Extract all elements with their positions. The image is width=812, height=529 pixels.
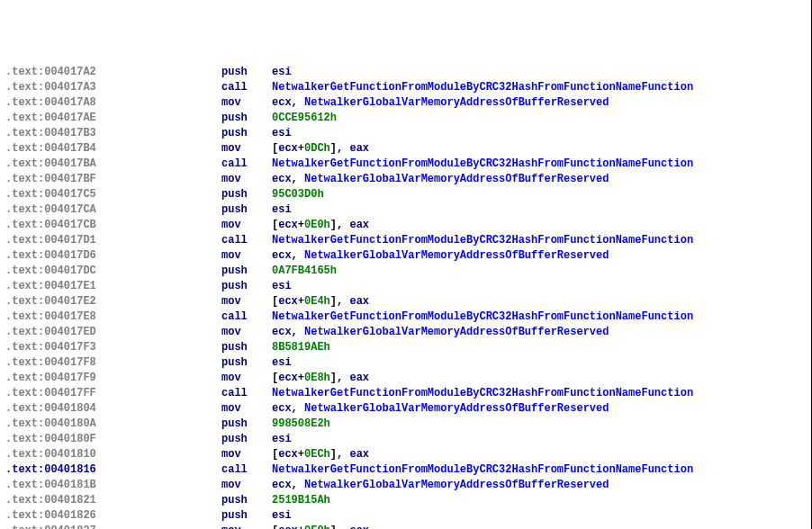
address-label[interactable]: .text:004017CA bbox=[4, 202, 221, 218]
mnemonic: mov bbox=[221, 294, 272, 309]
disasm-line[interactable]: .text:004017E2mov[ecx+0E4h], eax bbox=[4, 294, 811, 309]
disasm-line[interactable]: .text:004017A8movecx, NetwalkerGlobalVar… bbox=[4, 95, 811, 111]
disasm-line[interactable]: .text:004017C5push95C03D0h bbox=[4, 187, 811, 202]
operand-plain: + bbox=[298, 142, 304, 155]
operands: ecx, NetwalkerGlobalVarMemoryAddressOfBu… bbox=[272, 479, 609, 491]
address-label[interactable]: .text:0040180F bbox=[4, 432, 221, 447]
address-label[interactable]: .text:004017D1 bbox=[4, 233, 221, 248]
address-label[interactable]: .text:004017A2 bbox=[4, 65, 221, 80]
mnemonic: push bbox=[221, 508, 272, 524]
disasm-line[interactable]: .text:004017D1callNetwalkerGetFunctionFr… bbox=[4, 233, 811, 248]
operand-reg: eax bbox=[349, 448, 369, 461]
operand-sym[interactable]: NetwalkerGetFunctionFromModuleByCRC32Has… bbox=[272, 463, 693, 476]
disasm-line[interactable]: .text:004017B3pushesi bbox=[4, 126, 811, 141]
disassembly-listing[interactable]: .text:004017A2pushesi.text:004017A3callN… bbox=[4, 65, 811, 529]
operand-sym[interactable]: NetwalkerGlobalVarMemoryAddressOfBufferR… bbox=[304, 173, 609, 185]
disasm-line[interactable]: .text:00401810mov[ecx+0ECh], eax bbox=[4, 447, 811, 462]
disasm-line[interactable]: .text:00401816callNetwalkerGetFunctionFr… bbox=[4, 462, 811, 478]
address-label[interactable]: .text:004017F3 bbox=[4, 340, 221, 355]
operand-reg: esi bbox=[272, 127, 292, 139]
operand-sym[interactable]: NetwalkerGlobalVarMemoryAddressOfBufferR… bbox=[304, 249, 609, 262]
operand-sym[interactable]: NetwalkerGlobalVarMemoryAddressOfBufferR… bbox=[304, 96, 609, 109]
operand-sym[interactable]: NetwalkerGlobalVarMemoryAddressOfBufferR… bbox=[304, 402, 609, 415]
disasm-line[interactable]: .text:004017E1pushesi bbox=[4, 279, 811, 294]
operand-num: 0E8h bbox=[304, 372, 330, 384]
disasm-line[interactable]: .text:004017A2pushesi bbox=[4, 65, 811, 80]
operands: [ecx+0E4h], eax bbox=[272, 295, 369, 308]
mnemonic: call bbox=[221, 233, 272, 248]
operand-plain: , bbox=[292, 479, 304, 491]
address-label[interactable]: .text:00401827 bbox=[4, 524, 221, 529]
address-label[interactable]: .text:004017F9 bbox=[4, 371, 221, 386]
mnemonic: mov bbox=[221, 218, 272, 233]
operand-sym[interactable]: NetwalkerGlobalVarMemoryAddressOfBufferR… bbox=[304, 326, 609, 338]
disasm-line[interactable]: .text:004017A3callNetwalkerGetFunctionFr… bbox=[4, 80, 811, 95]
disasm-line[interactable]: .text:004017BAcallNetwalkerGetFunctionFr… bbox=[4, 157, 811, 172]
address-label[interactable]: .text:004017E1 bbox=[4, 279, 221, 294]
address-label[interactable]: .text:004017DC bbox=[4, 264, 221, 279]
operands: [ecx+0E8h], eax bbox=[272, 372, 369, 384]
address-label[interactable]: .text:004017AE bbox=[4, 111, 221, 126]
address-label[interactable]: .text:004017BA bbox=[4, 157, 221, 172]
disasm-line[interactable]: .text:004017E8callNetwalkerGetFunctionFr… bbox=[4, 309, 811, 325]
address-label[interactable]: .text:004017A3 bbox=[4, 80, 221, 95]
disasm-line[interactable]: .text:004017F9mov[ecx+0E8h], eax bbox=[4, 371, 811, 386]
address-label[interactable]: .text:004017C5 bbox=[4, 187, 221, 202]
operand-sym[interactable]: NetwalkerGetFunctionFromModuleByCRC32Has… bbox=[272, 387, 693, 399]
address-label[interactable]: .text:004017A8 bbox=[4, 95, 221, 111]
disasm-line[interactable]: .text:0040181Bmovecx, NetwalkerGlobalVar… bbox=[4, 478, 811, 493]
disasm-line[interactable]: .text:004017F3push8B5819AEh bbox=[4, 340, 811, 355]
disasm-line[interactable]: .text:004017F8pushesi bbox=[4, 355, 811, 371]
address-label[interactable]: .text:004017CB bbox=[4, 218, 221, 233]
operand-plain: + bbox=[298, 219, 304, 231]
address-label[interactable]: .text:00401810 bbox=[4, 447, 221, 462]
disasm-line[interactable]: .text:004017CBmov[ecx+0E0h], eax bbox=[4, 218, 811, 233]
address-label[interactable]: .text:004017FF bbox=[4, 386, 221, 401]
disasm-line[interactable]: .text:0040180Fpushesi bbox=[4, 432, 811, 447]
disasm-line[interactable]: .text:004017FFcallNetwalkerGetFunctionFr… bbox=[4, 386, 811, 401]
disasm-line[interactable]: .text:00401804movecx, NetwalkerGlobalVar… bbox=[4, 401, 811, 417]
disasm-line[interactable]: .text:004017B4mov[ecx+0DCh], eax bbox=[4, 141, 811, 157]
address-label[interactable]: .text:00401816 bbox=[4, 462, 221, 478]
operand-sym[interactable]: NetwalkerGetFunctionFromModuleByCRC32Has… bbox=[272, 234, 693, 247]
disasm-line[interactable]: .text:004017D6movecx, NetwalkerGlobalVar… bbox=[4, 248, 811, 264]
address-label[interactable]: .text:0040181B bbox=[4, 478, 221, 493]
disasm-line[interactable]: .text:004017CApushesi bbox=[4, 202, 811, 218]
address-label[interactable]: .text:004017B4 bbox=[4, 141, 221, 157]
operand-sym[interactable]: NetwalkerGlobalVarMemoryAddressOfBufferR… bbox=[304, 479, 609, 491]
address-label[interactable]: .text:00401821 bbox=[4, 493, 221, 508]
operand-num: 0E0h bbox=[304, 219, 330, 231]
operand-reg: ecx bbox=[272, 96, 292, 109]
operand-num: 0E4h bbox=[304, 295, 330, 308]
disasm-line[interactable]: .text:00401827mov[ecx+0F0h], eax bbox=[4, 524, 811, 529]
operand-sym[interactable]: NetwalkerGetFunctionFromModuleByCRC32Has… bbox=[272, 157, 693, 170]
operands: 2519B15Ah bbox=[272, 494, 330, 507]
address-label[interactable]: .text:004017ED bbox=[4, 325, 221, 340]
disasm-line[interactable]: .text:004017EDmovecx, NetwalkerGlobalVar… bbox=[4, 325, 811, 340]
address-label[interactable]: .text:00401804 bbox=[4, 401, 221, 417]
disasm-line[interactable]: .text:004017BFmovecx, NetwalkerGlobalVar… bbox=[4, 172, 811, 187]
operand-reg: eax bbox=[349, 295, 369, 308]
address-label[interactable]: .text:004017B3 bbox=[4, 126, 221, 141]
mnemonic: push bbox=[221, 417, 272, 432]
address-label[interactable]: .text:0040180A bbox=[4, 417, 221, 432]
mnemonic: push bbox=[221, 340, 272, 355]
address-label[interactable]: .text:004017BF bbox=[4, 172, 221, 187]
disasm-line[interactable]: .text:0040180Apush998508E2h bbox=[4, 417, 811, 432]
operands: esi bbox=[272, 433, 292, 445]
disasm-line[interactable]: .text:004017DCpush0A7FB4165h bbox=[4, 264, 811, 279]
disasm-line[interactable]: .text:00401821push2519B15Ah bbox=[4, 493, 811, 508]
operand-plain: + bbox=[298, 372, 304, 384]
address-label[interactable]: .text:004017F8 bbox=[4, 355, 221, 371]
address-label[interactable]: .text:004017D6 bbox=[4, 248, 221, 264]
operand-sym[interactable]: NetwalkerGetFunctionFromModuleByCRC32Has… bbox=[272, 310, 693, 323]
operand-sym[interactable]: NetwalkerGetFunctionFromModuleByCRC32Has… bbox=[272, 81, 693, 94]
operand-reg: ecx bbox=[272, 479, 292, 491]
address-label[interactable]: .text:00401826 bbox=[4, 508, 221, 524]
mnemonic: mov bbox=[221, 325, 272, 340]
disasm-line[interactable]: .text:004017AEpush0CCE95612h bbox=[4, 111, 811, 126]
address-label[interactable]: .text:004017E8 bbox=[4, 309, 221, 325]
address-label[interactable]: .text:004017E2 bbox=[4, 294, 221, 309]
disasm-line[interactable]: .text:00401826pushesi bbox=[4, 508, 811, 524]
mnemonic: push bbox=[221, 355, 272, 371]
